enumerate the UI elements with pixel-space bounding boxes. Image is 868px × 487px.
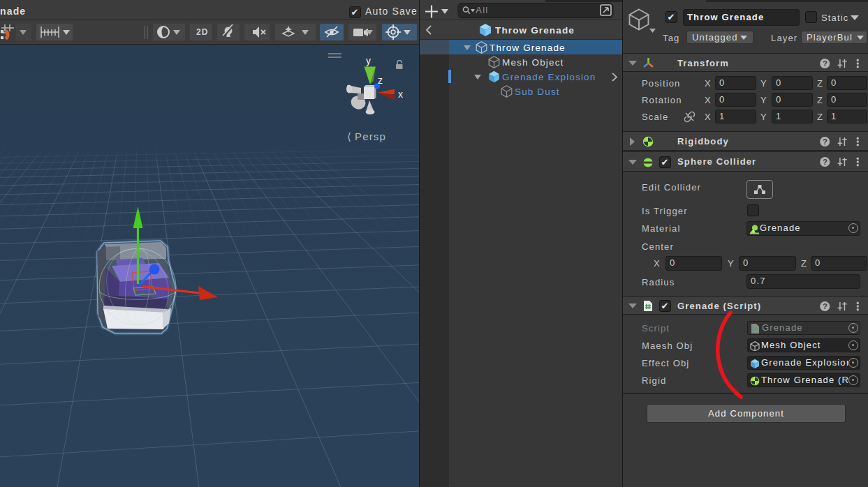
svg-text:2D: 2D	[196, 27, 209, 37]
svg-text:?: ?	[823, 302, 828, 310]
svg-text:Grenade Explosion: Grenade Explosion	[502, 72, 596, 82]
svg-text:?: ?	[823, 59, 828, 68]
svg-text:Throw Grenade: Throw Grenade	[490, 43, 566, 53]
svg-text:z: z	[378, 75, 383, 86]
svg-text:Sub Dust: Sub Dust	[515, 87, 560, 97]
svg-text:Persp: Persp	[355, 130, 386, 142]
svg-text:Throw Grenade: Throw Grenade	[495, 25, 575, 36]
svg-text:Mesh Object: Mesh Object	[502, 57, 564, 68]
svg-text:x: x	[398, 89, 404, 100]
svg-text:⟨: ⟨	[347, 130, 352, 142]
svg-text:All: All	[476, 5, 488, 15]
svg-text:y: y	[366, 55, 372, 66]
svg-text:?: ?	[823, 158, 828, 166]
svg-text:?: ?	[823, 137, 828, 146]
